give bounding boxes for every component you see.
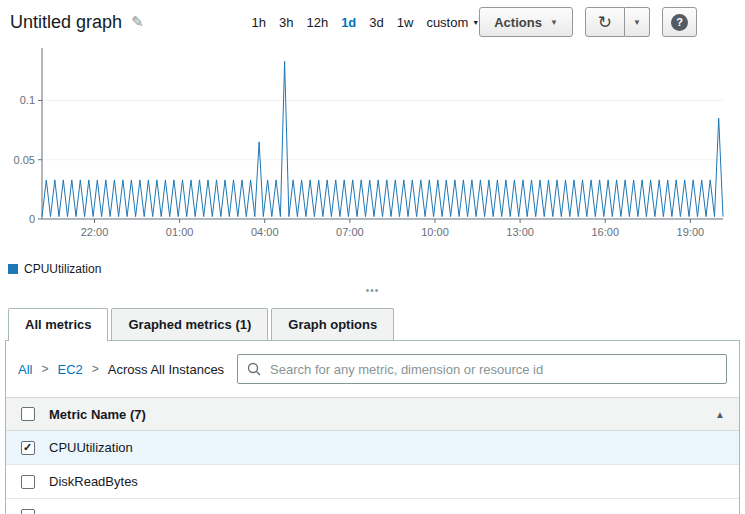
svg-text:0.1: 0.1 [20,94,35,106]
time-range-1w[interactable]: 1w [397,15,414,30]
time-range-custom-label: custom [426,15,468,30]
breadcrumb-across-all-instances[interactable]: Across All Instances [108,362,224,377]
svg-text:22:00: 22:00 [81,226,109,238]
svg-text:10:00: 10:00 [421,226,449,238]
time-range-3d[interactable]: 3d [369,15,383,30]
metrics-section: All metrics Graphed metrics (1) Graph op… [0,308,745,514]
metric-name-cell[interactable]: CPUUtilization [49,440,739,455]
panel-resize-handle[interactable]: ••• [0,278,745,302]
svg-text:04:00: 04:00 [251,226,279,238]
select-all-cell [6,407,49,421]
chevron-down-icon: ▼ [472,19,479,26]
svg-text:07:00: 07:00 [336,226,364,238]
row-checkbox[interactable]: ✓ [21,441,35,455]
row-checkbox-cell: ✓ [6,441,49,455]
actions-button[interactable]: Actions ▼ [479,7,573,37]
search-icon [247,362,261,376]
metrics-tabs: All metrics Graphed metrics (1) Graph op… [5,308,740,340]
check-icon: ✓ [23,442,32,453]
metric-search [237,354,727,384]
breadcrumb-separator: > [92,362,99,376]
metric-name-cell[interactable]: DiskReadBytes [49,474,739,489]
breadcrumb-separator: > [41,362,48,376]
actions-button-label: Actions [494,15,542,30]
chevron-down-icon: ▼ [550,18,558,27]
svg-text:19:00: 19:00 [677,226,705,238]
tab-graph-options[interactable]: Graph options [271,308,394,340]
row-checkbox-cell [6,475,49,489]
refresh-options-button[interactable]: ▼ [625,7,650,37]
select-all-checkbox[interactable] [21,407,35,421]
legend-swatch [8,264,18,274]
row-checkbox-cell [6,509,49,514]
time-range-custom[interactable]: custom ▼ [426,15,479,30]
metrics-panel: All > EC2 > Across All Instances Metric … [5,340,740,514]
metrics-browse-row: All > EC2 > Across All Instances [6,341,739,397]
breadcrumb-ec2[interactable]: EC2 [57,362,82,377]
table-row[interactable]: DiskReadBytes [6,465,739,499]
refresh-icon: ↻ [598,14,612,31]
graph-title: Untitled graph [10,12,122,33]
chevron-down-icon: ▼ [633,18,641,27]
legend-label[interactable]: CPUUtilization [24,262,101,276]
tab-graphed-metrics[interactable]: Graphed metrics (1) [111,308,268,340]
row-checkbox[interactable] [21,475,35,489]
table-row[interactable]: ✓ CPUUtilization [6,431,739,465]
table-row-partial[interactable] [6,499,739,514]
refresh-button[interactable]: ↻ [585,7,625,37]
metrics-table: Metric Name (7) ▲ ✓ CPUUtilization DiskR… [6,397,739,514]
chart-canvas[interactable]: 00.050.122:0001:0004:0007:0010:0013:0016… [0,39,745,254]
svg-text:13:00: 13:00 [506,226,534,238]
graph-toolbar: Actions ▼ ↻ ▼ ? [479,7,735,37]
edit-title-icon[interactable]: ✎ [131,13,144,31]
graph-title-area: Untitled graph ✎ [10,12,251,33]
sort-asc-icon[interactable]: ▲ [715,409,739,420]
time-range-1d[interactable]: 1d [341,15,356,30]
svg-text:16:00: 16:00 [591,226,619,238]
time-range-1h[interactable]: 1h [251,15,265,30]
row-checkbox[interactable] [21,509,35,514]
chart-legend: CPUUtilization [0,258,745,278]
time-range-12h[interactable]: 12h [306,15,328,30]
metrics-table-header: Metric Name (7) ▲ [6,398,739,431]
time-range-3h[interactable]: 3h [279,15,293,30]
breadcrumb-all[interactable]: All [18,362,32,377]
refresh-button-group: ↻ ▼ [585,7,650,37]
help-icon: ? [671,14,688,31]
svg-text:0: 0 [29,213,35,225]
metric-name-header[interactable]: Metric Name (7) [49,407,715,422]
svg-text:01:00: 01:00 [166,226,194,238]
help-button[interactable]: ? [662,7,697,37]
search-input[interactable] [268,361,717,378]
time-range-selector: 1h 3h 12h 1d 3d 1w custom ▼ [251,15,479,30]
tab-all-metrics[interactable]: All metrics [8,308,108,341]
svg-text:0.05: 0.05 [14,154,35,166]
graph-header: Untitled graph ✎ 1h 3h 12h 1d 3d 1w cust… [0,0,745,39]
metric-chart: 00.050.122:0001:0004:0007:0010:0013:0016… [0,39,745,278]
